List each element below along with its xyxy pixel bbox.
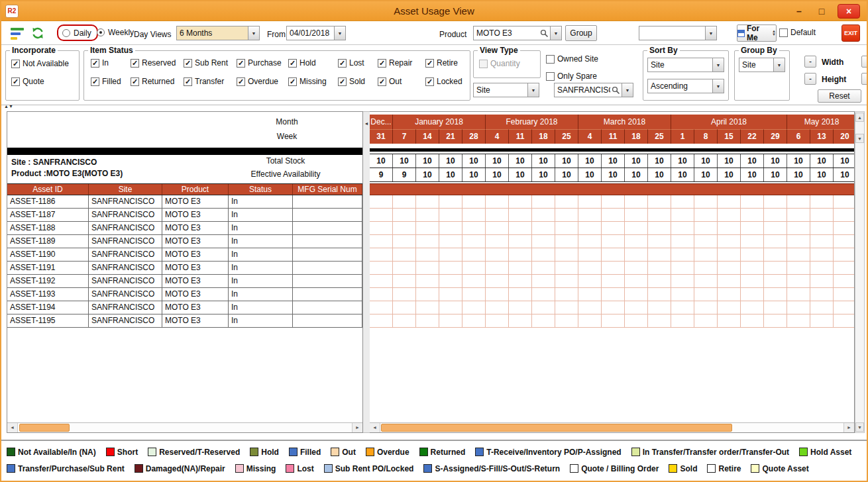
status-filled[interactable]: ✓Filled	[91, 77, 131, 86]
calendar-cell[interactable]	[532, 195, 555, 208]
calendar-cell[interactable]	[694, 288, 718, 301]
scroll-down-icon[interactable]: ▼	[855, 134, 864, 143]
status-overdue[interactable]: ✓Overdue	[237, 77, 288, 86]
calendar-cell[interactable]	[648, 209, 671, 221]
chevron-down-icon[interactable]: ▼	[248, 26, 259, 40]
calendar-cell[interactable]	[764, 248, 787, 261]
height-increase-button[interactable]	[861, 73, 868, 85]
calendar-cell[interactable]	[416, 275, 439, 287]
calendar-cell[interactable]	[439, 209, 462, 221]
calendar-cell[interactable]	[532, 314, 555, 327]
calendar-cell[interactable]	[416, 262, 439, 274]
chevron-down-icon[interactable]: ▼	[712, 58, 724, 72]
chevron-down-icon[interactable]: ▼	[334, 26, 345, 40]
chevron-down-icon[interactable]: ▼	[550, 26, 561, 40]
calendar-cell[interactable]	[416, 314, 439, 327]
status-lost[interactable]: ✓Lost	[338, 58, 378, 68]
calendar-cell[interactable]	[555, 195, 578, 208]
calendar-cell[interactable]	[787, 288, 810, 301]
calendar-cell[interactable]	[648, 314, 671, 327]
calendar-cell[interactable]	[555, 222, 578, 234]
scroll-up-icon[interactable]: ▲	[855, 113, 864, 122]
calendar-cell[interactable]	[741, 195, 764, 208]
height-decrease-button[interactable]: -	[804, 73, 816, 85]
status-retire[interactable]: ✓Retire	[425, 58, 469, 68]
day-views-dropdown[interactable]: 6 Months ▼	[176, 26, 260, 40]
calendar-cell[interactable]	[694, 195, 718, 208]
calendar-cell[interactable]	[370, 262, 393, 274]
calendar-cell[interactable]	[741, 288, 764, 301]
calendar-cell[interactable]	[393, 262, 416, 274]
status-hold[interactable]: ✓Hold	[288, 58, 338, 68]
calendar-cell[interactable]	[439, 248, 462, 261]
calendar-cell[interactable]	[671, 195, 694, 208]
scroll-left-icon[interactable]: ◄	[370, 423, 380, 432]
calendar-cell[interactable]	[486, 288, 509, 301]
calendar-cell[interactable]	[439, 262, 462, 274]
calendar-cell[interactable]	[741, 301, 764, 314]
week-header[interactable]: 15	[718, 129, 741, 144]
width-increase-button[interactable]	[861, 56, 868, 68]
calendar-cell[interactable]	[602, 275, 625, 287]
calendar-cell[interactable]	[810, 222, 834, 234]
calendar-cell[interactable]	[718, 275, 741, 287]
table-row[interactable]: ASSET-1191SANFRANCISCOMOTO E3In	[7, 262, 362, 275]
calendar-cell[interactable]	[694, 222, 718, 234]
status-sub-rent[interactable]: ✓Sub Rent	[184, 58, 237, 68]
calendar-cell[interactable]	[509, 222, 532, 234]
calendar-cell[interactable]	[370, 301, 393, 314]
chevron-down-icon[interactable]: ▼	[705, 26, 716, 40]
incorporate-not-available-box[interactable]: ✓	[11, 60, 20, 68]
calendar-cell[interactable]	[671, 209, 694, 221]
week-header[interactable]: 1	[671, 129, 694, 144]
calendar-cell[interactable]	[834, 222, 855, 234]
calendar-cell[interactable]	[555, 301, 578, 314]
status-locked[interactable]: ✓Locked	[425, 77, 469, 86]
status-returned[interactable]: ✓Returned	[131, 77, 184, 86]
for-me-button[interactable]: For Me ▲▼	[737, 24, 777, 42]
calendar-cell[interactable]	[810, 262, 834, 274]
calendar-cell[interactable]	[810, 195, 834, 208]
calendar-cell[interactable]	[810, 235, 834, 248]
calendar-cell[interactable]	[532, 301, 555, 314]
status-lost-box[interactable]: ✓	[338, 59, 347, 68]
week-header[interactable]: 4	[486, 129, 509, 144]
calendar-cell[interactable]	[555, 209, 578, 221]
calendar-cell[interactable]	[764, 222, 787, 234]
calendar-cell[interactable]	[393, 222, 416, 234]
status-out[interactable]: ✓Out	[378, 77, 425, 86]
calendar-cell[interactable]	[462, 222, 486, 234]
table-row[interactable]: ASSET-1186SANFRANCISCOMOTO E3In	[7, 195, 362, 209]
calendar-cell[interactable]	[370, 195, 393, 208]
calendar-cell[interactable]	[416, 209, 439, 221]
calendar-cell[interactable]	[532, 248, 555, 261]
weekly-radio-circle[interactable]	[97, 28, 105, 36]
calendar-cell[interactable]	[787, 275, 810, 287]
table-row[interactable]: ASSET-1189SANFRANCISCOMOTO E3In	[7, 235, 362, 248]
maximize-icon[interactable]: □	[815, 6, 828, 17]
calendar-cell[interactable]	[625, 275, 648, 287]
week-header[interactable]: 7	[393, 129, 416, 144]
calendar-cell[interactable]	[555, 262, 578, 274]
calendar-cell[interactable]	[625, 262, 648, 274]
calendar-cell[interactable]	[764, 235, 787, 248]
scroll-left-icon[interactable]: ◄	[7, 423, 18, 432]
vertical-scrollbar[interactable]: ▲ ▼ ▼	[855, 111, 865, 433]
calendar-cell[interactable]	[509, 314, 532, 327]
calendar-cell[interactable]	[671, 314, 694, 327]
status-overdue-box[interactable]: ✓	[237, 77, 245, 86]
calendar-cell[interactable]	[741, 235, 764, 248]
calendar-cell[interactable]	[578, 222, 602, 234]
calendar-cell[interactable]	[718, 195, 741, 208]
calendar-cell[interactable]	[648, 262, 671, 274]
calendar-cell[interactable]	[578, 275, 602, 287]
status-returned-box[interactable]: ✓	[131, 77, 139, 86]
table-row[interactable]: ASSET-1188SANFRANCISCOMOTO E3In	[7, 222, 362, 235]
status-reserved[interactable]: ✓Reserved	[131, 58, 184, 68]
calendar-cell[interactable]	[555, 314, 578, 327]
calendar-cell[interactable]	[648, 248, 671, 261]
scroll-right-icon[interactable]: ►	[843, 423, 854, 432]
calendar-cell[interactable]	[834, 275, 855, 287]
calendar-cell[interactable]	[439, 275, 462, 287]
owned-site-checkbox-box[interactable]	[546, 55, 555, 64]
